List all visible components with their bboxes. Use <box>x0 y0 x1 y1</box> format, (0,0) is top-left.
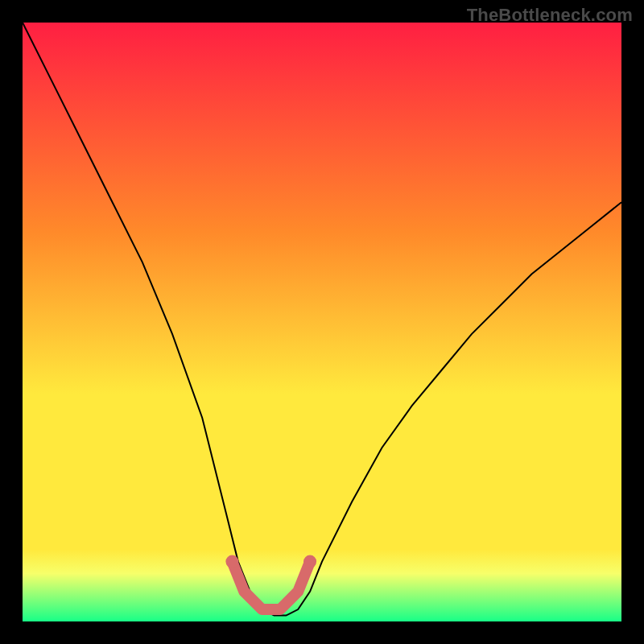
optimal-range-endpoint <box>303 555 316 568</box>
heatmap-background <box>23 23 621 621</box>
chart-frame: TheBottleneck.com <box>0 0 644 644</box>
plot-area <box>23 23 621 621</box>
optimal-range-endpoint <box>225 555 238 568</box>
chart-svg <box>23 23 621 621</box>
watermark-text: TheBottleneck.com <box>467 5 633 26</box>
